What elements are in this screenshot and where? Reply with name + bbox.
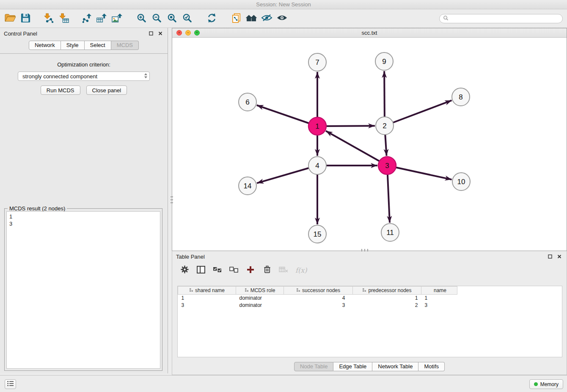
tab-mcds[interactable]: MCDS [111, 41, 139, 50]
zoom-selected-button[interactable] [179, 11, 195, 26]
select-stepper-icon [144, 73, 148, 80]
run-mcds-button[interactable]: Run MCDS [41, 86, 80, 95]
table-cell: dominator [236, 302, 284, 309]
column-header-empty [457, 287, 562, 295]
table-row[interactable]: 3dominator323 [178, 302, 562, 309]
delete-column-button[interactable] [279, 265, 288, 275]
tab-network[interactable]: Network [29, 41, 61, 50]
zoom-fit-icon [167, 13, 177, 25]
export-table-button[interactable] [94, 11, 109, 26]
application-window: { "titlebar": { "title": "Session: New S… [0, 0, 567, 392]
tab-network-table[interactable]: Network Table [372, 362, 418, 371]
export-image-button[interactable] [109, 11, 124, 26]
minimize-window-icon[interactable]: − [185, 30, 191, 36]
mcds-result-list[interactable]: 1 3 [6, 211, 160, 369]
zoom-window-icon[interactable]: + [194, 30, 200, 36]
optimization-criterion-label: Optimization criterion: [0, 61, 168, 68]
network-canvas[interactable]: 7968124314101511 [172, 38, 567, 251]
zoom-fit-button[interactable] [164, 11, 179, 26]
node-table-container: shared name MCDS role successor nodes pr… [177, 286, 562, 357]
table-row[interactable]: 1dominator411 [178, 295, 562, 302]
open-session-button[interactable] [3, 11, 18, 26]
apply-layout-button[interactable] [204, 11, 219, 26]
function-builder-button[interactable]: f(x) [295, 265, 307, 275]
select-all-columns-button[interactable] [213, 265, 222, 275]
show-all-button[interactable] [274, 11, 289, 26]
plus-icon [247, 266, 254, 275]
mcds-result-groupbox: MCDS result (2 nodes) 1 3 [4, 208, 162, 371]
import-table-file-button[interactable] [56, 11, 71, 26]
zoom-in-button[interactable] [134, 11, 149, 26]
close-table-panel-icon[interactable] [556, 253, 563, 260]
graph-node-label: 14 [244, 182, 252, 190]
memory-status-dot [534, 382, 538, 386]
graph-edge-4-14[interactable] [257, 166, 317, 183]
first-neighbors-button[interactable] [244, 11, 259, 26]
tab-node-table[interactable]: Node Table [294, 362, 334, 371]
tab-select[interactable]: Select [85, 41, 111, 50]
network-view-window: scc.txt × − + 7968124314101511 [172, 28, 567, 251]
search-input[interactable] [451, 16, 559, 22]
gear-icon [181, 265, 189, 275]
graph-edge-3-1[interactable] [326, 131, 387, 166]
mcds-result-line: 3 [9, 220, 157, 227]
eye-icon [276, 14, 288, 23]
checked-boxes-icon [213, 266, 222, 275]
zoom-out-button[interactable] [149, 11, 164, 26]
save-icon [20, 13, 31, 25]
deselect-all-columns-button[interactable] [229, 265, 239, 275]
hide-selected-button[interactable] [259, 11, 274, 26]
columns-icon [197, 266, 205, 275]
vertical-splitter-handle[interactable] [171, 196, 173, 203]
float-panel-icon[interactable] [148, 30, 154, 37]
delete-rows-button[interactable] [262, 265, 272, 275]
table-cell: 1 [353, 295, 421, 302]
import-network-file-button[interactable] [41, 11, 56, 26]
column-header-predecessor-nodes[interactable]: predecessor nodes [353, 287, 421, 295]
optimization-criterion-value: strongly connected component [22, 73, 97, 80]
close-panel-icon[interactable] [157, 30, 164, 37]
show-columns-button[interactable] [196, 265, 206, 275]
search-field[interactable] [439, 14, 563, 23]
memory-button[interactable]: Memory [529, 379, 563, 389]
column-header-mcds-role[interactable]: MCDS role [236, 287, 284, 295]
unchecked-boxes-icon [229, 266, 239, 275]
control-panel-header: Control Panel [0, 28, 168, 39]
mcds-result-line: 1 [9, 213, 157, 220]
column-header-successor-nodes[interactable]: successor nodes [284, 287, 353, 295]
graph-edge-3-10[interactable] [387, 166, 452, 179]
table-panel-tabbar: Node Table Edge Table Network Table Moti… [172, 362, 567, 371]
network-window-titlebar[interactable]: scc.txt × − + [172, 28, 567, 38]
new-network-from-selection-button[interactable] [228, 11, 244, 26]
save-session-button[interactable] [18, 11, 33, 26]
search-icon [443, 15, 449, 22]
table-panel: Table Panel [172, 251, 567, 375]
import-table-icon [58, 13, 69, 25]
table-settings-button[interactable] [180, 265, 189, 275]
delete-column-icon [279, 266, 288, 275]
tab-style[interactable]: Style [61, 41, 85, 50]
horizontal-splitter-handle[interactable] [361, 249, 368, 251]
graph-edge-1-6[interactable] [257, 105, 317, 126]
create-column-button[interactable] [246, 265, 255, 275]
graph-edge-2-8[interactable] [385, 100, 451, 126]
column-sort-icon [189, 288, 193, 292]
table-toolbar: f(x) [172, 262, 567, 278]
column-header-shared-name[interactable]: shared name [178, 287, 236, 295]
node-table-header-row: shared name MCDS role successor nodes pr… [178, 287, 562, 295]
panel-toggle-button[interactable] [5, 379, 16, 389]
graph-node-label: 3 [385, 162, 389, 170]
export-image-icon [111, 13, 123, 25]
export-network-button[interactable] [79, 11, 94, 26]
float-table-panel-icon[interactable] [547, 253, 553, 260]
tab-edge-table[interactable]: Edge Table [333, 362, 372, 371]
tab-motifs[interactable]: Motifs [418, 362, 445, 371]
close-panel-button[interactable]: Close panel [86, 86, 127, 95]
optimization-criterion-select[interactable]: strongly connected component [18, 72, 150, 81]
close-window-icon[interactable]: × [176, 30, 182, 36]
fx-icon: f(x) [295, 266, 307, 274]
control-panel-title: Control Panel [4, 30, 37, 37]
graph-node-label: 4 [315, 162, 319, 170]
column-header-name[interactable]: name [421, 287, 457, 295]
table-cell-filler [457, 295, 562, 302]
